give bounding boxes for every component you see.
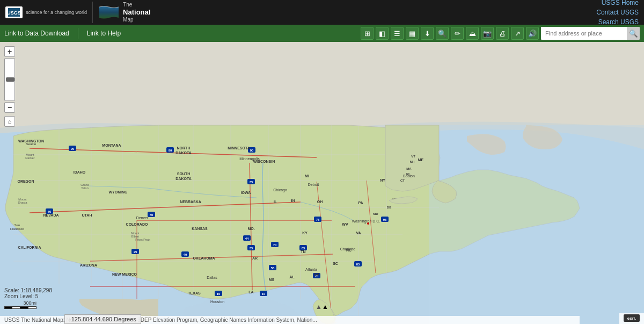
svg-text:NEVADA: NEVADA <box>43 213 58 217</box>
draw-tool[interactable]: ✏ <box>451 27 464 40</box>
svg-text:WYOMING: WYOMING <box>109 190 128 194</box>
svg-text:USGS: USGS <box>8 10 20 16</box>
svg-text:80: 80 <box>150 213 153 217</box>
svg-text:Minneapolis: Minneapolis <box>239 157 260 161</box>
toolbar-divider <box>78 28 78 39</box>
svg-rect-24 <box>429 125 644 324</box>
svg-text:MD: MD <box>373 212 378 215</box>
svg-text:IDAHO: IDAHO <box>74 170 86 174</box>
svg-text:Boston: Boston <box>403 174 415 178</box>
usgs-home-link[interactable]: USGS Home <box>602 0 639 8</box>
national-map-icon <box>98 4 120 20</box>
map-container[interactable]: 90 90 90 80 80 35 35 70 40 10 <box>0 42 644 324</box>
contents-tool[interactable]: ☰ <box>391 27 404 40</box>
svg-text:GA: GA <box>314 272 320 276</box>
usgs-logo: USGS science for a changing world <box>5 6 87 18</box>
svg-text:Charlotte: Charlotte <box>340 247 356 251</box>
svg-text:MO.: MO. <box>247 227 254 231</box>
svg-text:DAKOTA: DAKOTA <box>175 151 191 155</box>
link-help[interactable]: Link to Help <box>87 30 121 37</box>
svg-text:Shasta: Shasta <box>18 201 27 204</box>
up-arrow-button[interactable]: ▲ <box>316 303 328 311</box>
svg-text:Houston: Houston <box>210 300 224 304</box>
settings-tool[interactable]: 🔊 <box>526 27 539 40</box>
scale-ratio: Scale: 1:18,489,298 <box>4 287 52 293</box>
search-usgs-link[interactable]: Search USGS <box>598 17 639 27</box>
zoom-level: Zoom Level: 5 <box>4 293 52 299</box>
search-input[interactable] <box>541 27 627 40</box>
svg-text:San: San <box>14 224 20 227</box>
svg-text:85: 85 <box>356 263 360 266</box>
layers-tool[interactable]: ◧ <box>376 27 389 40</box>
svg-text:NEBRASKA: NEBRASKA <box>180 200 201 204</box>
toolbar-tools: ⊞ ◧ ☰ ▦ ⬇ 🔍 ✏ ⛰ 📷 🖨 ↗ 🔊 🔍 <box>361 27 640 40</box>
esri-logo: esri. <box>624 314 640 322</box>
svg-text:NEW MEXICO: NEW MEXICO <box>112 272 137 276</box>
svg-text:AR: AR <box>252 256 258 260</box>
elevation-tool[interactable]: ⛰ <box>466 27 479 40</box>
address-search[interactable]: 🔍 <box>541 27 640 40</box>
powered-by-esri: esri. <box>624 314 640 323</box>
svg-text:DE: DE <box>387 206 391 209</box>
svg-text:IOWA: IOWA <box>241 191 251 195</box>
header-left: USGS science for a changing world <box>5 2 150 23</box>
svg-text:Rainier: Rainier <box>25 156 35 160</box>
download-tool[interactable]: ⬇ <box>421 27 434 40</box>
svg-text:esri.: esri. <box>627 316 636 321</box>
contact-usgs-link[interactable]: Contact USGS <box>596 8 639 17</box>
svg-text:Atlanta: Atlanta <box>305 268 317 271</box>
svg-text:CT: CT <box>400 179 405 182</box>
svg-text:25: 25 <box>134 250 137 254</box>
find-tool[interactable]: 🔍 <box>436 27 449 40</box>
zoom-slider-handle <box>6 77 14 82</box>
svg-text:Washington D.C.: Washington D.C. <box>352 219 380 224</box>
svg-text:MONTANA: MONTANA <box>102 143 121 147</box>
tagline: science for a changing world <box>26 10 87 15</box>
svg-text:SOUTH: SOUTH <box>177 172 191 176</box>
svg-text:Pikes Peak: Pikes Peak <box>135 238 150 241</box>
svg-text:KY: KY <box>302 231 308 235</box>
svg-text:MA: MA <box>406 167 412 170</box>
svg-text:70: 70 <box>273 243 277 247</box>
photo-tool[interactable]: 📷 <box>481 27 494 40</box>
svg-text:10: 10 <box>262 292 266 296</box>
svg-text:35: 35 <box>250 247 253 250</box>
svg-text:OH: OH <box>317 200 323 204</box>
svg-text:10: 10 <box>217 292 221 296</box>
share-tool[interactable]: ↗ <box>511 27 524 40</box>
svg-point-124 <box>367 222 369 225</box>
svg-text:AL: AL <box>289 275 295 279</box>
svg-text:NORTH: NORTH <box>177 146 191 150</box>
svg-text:VT: VT <box>411 155 415 158</box>
scale-line: 300mi <box>4 300 52 309</box>
svg-text:Chicago: Chicago <box>273 188 287 192</box>
zoom-out-button[interactable]: − <box>4 102 15 113</box>
svg-text:PA: PA <box>358 201 363 205</box>
svg-text:UTAH: UTAH <box>82 213 92 217</box>
svg-text:Dallas: Dallas <box>207 276 217 279</box>
national-map-title: National <box>123 8 150 17</box>
link-data-download[interactable]: Link to Data Download <box>4 30 69 37</box>
print-tool[interactable]: 🖨 <box>496 27 509 40</box>
zoom-in-button[interactable]: + <box>4 46 15 57</box>
svg-text:Teton: Teton <box>81 186 88 190</box>
zoom-slider[interactable] <box>4 58 15 101</box>
main-toolbar: Link to Data Download Link to Help ⊞ ◧ ☰… <box>0 25 644 42</box>
coordinates-display: -125.804 44.690 Degrees <box>64 314 141 324</box>
svg-text:90: 90 <box>250 149 254 152</box>
svg-text:Denver: Denver <box>136 216 149 220</box>
basemap-tool[interactable]: ⊞ <box>361 27 374 40</box>
svg-text:MINNESOTA: MINNESOTA <box>228 146 250 150</box>
svg-text:WV: WV <box>342 222 348 226</box>
svg-text:Francisco: Francisco <box>10 227 25 231</box>
svg-text:OREGON: OREGON <box>17 179 34 183</box>
home-button[interactable]: ⌂ <box>4 116 15 127</box>
svg-text:MS: MS <box>269 278 275 282</box>
svg-text:ARIZONA: ARIZONA <box>80 263 97 267</box>
header-right: USGS Home Contact USGS Search USGS <box>596 0 639 27</box>
svg-text:90: 90 <box>169 149 172 152</box>
legend-tool[interactable]: ▦ <box>406 27 419 40</box>
svg-text:IN: IN <box>291 199 295 203</box>
svg-text:CALIFORNIA: CALIFORNIA <box>18 246 41 249</box>
search-button[interactable]: 🔍 <box>627 27 640 40</box>
